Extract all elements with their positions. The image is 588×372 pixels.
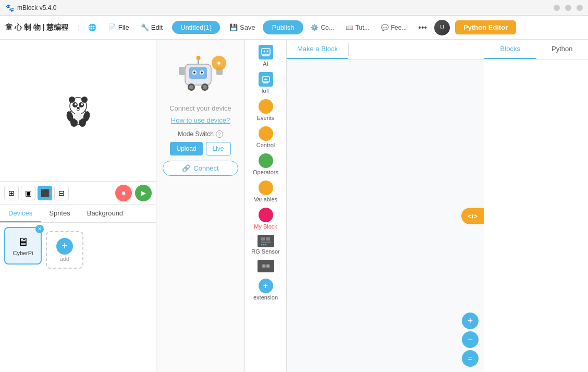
right-panel: Blocks Python xyxy=(484,40,588,372)
edit-menu-button[interactable]: 🔧 Edit xyxy=(137,21,167,33)
upload-live-buttons: Upload Live xyxy=(170,142,230,155)
maximize-button[interactable]: □ xyxy=(565,5,571,11)
svg-point-18 xyxy=(193,71,195,74)
rgb-sensor-label: RG Sensor xyxy=(251,248,279,255)
globe-icon: 🌐 xyxy=(88,23,96,31)
app-title: mBlock v5.4.0 xyxy=(17,4,56,11)
add-icon: + xyxy=(56,238,73,255)
extension-label: extension xyxy=(253,294,278,301)
stop-button[interactable]: ■ xyxy=(115,185,132,201)
zoom-in-button[interactable]: + xyxy=(462,313,479,329)
panel-tabs: Devices Sprites Background xyxy=(0,205,156,223)
save-button[interactable]: 💾 Save xyxy=(225,21,260,33)
category-iot[interactable]: IoT xyxy=(248,70,284,96)
more-button[interactable]: ••• xyxy=(414,21,431,34)
stage-size-medium[interactable]: ▣ xyxy=(21,186,35,200)
python-editor-button[interactable]: Python Editor xyxy=(455,20,516,34)
stage-size-mini[interactable]: ⊟ xyxy=(54,186,69,200)
zoom-out-button[interactable]: − xyxy=(462,331,479,348)
svg-text:✦: ✦ xyxy=(216,59,222,67)
variables-dot xyxy=(259,181,273,195)
close-button[interactable]: ✕ xyxy=(577,5,583,11)
ai-icon xyxy=(259,45,273,59)
mode-switch-label: Mode Switch xyxy=(178,130,214,138)
events-dot xyxy=(259,99,273,114)
category-events[interactable]: Events xyxy=(248,97,284,123)
device-chip-icon: 🖥 xyxy=(17,235,29,249)
category-ai[interactable]: AI xyxy=(248,43,284,69)
tutorial-button[interactable]: 📖 Tut... xyxy=(341,22,374,33)
titlebar: 🐾 mBlock v5.4.0 — □ ✕ xyxy=(0,0,588,16)
tab-background[interactable]: Background xyxy=(79,205,131,222)
svg-point-8 xyxy=(77,107,80,109)
svg-point-34 xyxy=(263,51,265,52)
stop-icon: ■ xyxy=(121,189,125,197)
svg-rect-30 xyxy=(262,49,270,55)
rgb-sensor-icon xyxy=(258,235,274,247)
category-operators[interactable]: Operators xyxy=(248,151,284,177)
project-name-button[interactable]: Untitled(1) xyxy=(172,21,220,34)
stage-area xyxy=(0,40,156,182)
category-control[interactable]: Control xyxy=(248,124,284,150)
device-name-label: CyberPi xyxy=(13,250,33,256)
feedback-icon: 💬 xyxy=(381,24,389,31)
edit-icon: 🔧 xyxy=(141,23,149,31)
file-icon: 📄 xyxy=(108,23,116,31)
workspace-tabs: Make a Block xyxy=(287,40,484,59)
device-connect-panel: ✦ Connect your device How to use device?… xyxy=(156,40,245,372)
menubar: 童 心 制 物 | 慧编程 | 🌐 📄 File 🔧 Edit Untitled… xyxy=(0,16,588,40)
make-block-tab[interactable]: Make a Block xyxy=(287,40,348,59)
ai-label: AI xyxy=(263,61,268,67)
operators-dot xyxy=(259,153,273,168)
category-variables[interactable]: Variables xyxy=(248,178,284,205)
publish-button[interactable]: Publish xyxy=(263,20,304,34)
stage-panel: ⊞ ▣ ⬛ ⊟ ■ ▶ Devices Sprites Background ✕ xyxy=(0,40,156,372)
code-float-button[interactable]: </> xyxy=(461,208,484,224)
svg-rect-15 xyxy=(189,67,207,79)
right-tab-blocks[interactable]: Blocks xyxy=(484,40,536,59)
svg-point-27 xyxy=(196,56,200,60)
go-button[interactable]: ▶ xyxy=(135,185,152,201)
sensor2-icon xyxy=(258,260,274,272)
connect-text: Connect your device xyxy=(169,104,231,112)
svg-rect-43 xyxy=(261,237,265,241)
window-controls: — □ ✕ xyxy=(554,5,583,11)
device-close-button[interactable]: ✕ xyxy=(35,225,44,233)
app-icon: 🐾 xyxy=(5,4,14,12)
zoom-reset-button[interactable]: = xyxy=(462,350,479,367)
category-sensor2[interactable] xyxy=(248,258,284,275)
iot-icon xyxy=(259,72,273,87)
upload-button[interactable]: Upload xyxy=(170,142,202,155)
category-myblock[interactable]: My Block xyxy=(248,206,284,232)
category-rgb-sensor[interactable]: RG Sensor xyxy=(248,233,284,257)
device-item-cyberpi[interactable]: ✕ 🖥 CyberPi xyxy=(4,227,42,269)
brand-logo: 童 心 制 物 | 慧编程 xyxy=(5,23,68,32)
feedback-button[interactable]: 💬 Fee... xyxy=(377,22,411,33)
connect-device-button[interactable]: 🔗 Connect xyxy=(163,161,238,176)
live-button[interactable]: Live xyxy=(206,142,231,155)
avatar[interactable]: U xyxy=(434,20,450,35)
stage-size-small[interactable]: ⬛ xyxy=(38,186,52,200)
connect-button[interactable]: ⚙️ Co... xyxy=(307,22,338,33)
right-tab-python[interactable]: Python xyxy=(536,40,589,59)
globe-button[interactable]: 🌐 xyxy=(84,21,101,33)
operators-label: Operators xyxy=(253,169,278,175)
file-menu-button[interactable]: 📄 File xyxy=(104,21,133,33)
control-label: Control xyxy=(256,142,275,148)
link-icon: 🔗 xyxy=(182,164,190,172)
workspace-area: </> + − = xyxy=(287,59,484,372)
zoom-controls: + − = xyxy=(462,313,479,367)
go-icon: ▶ xyxy=(141,189,146,197)
how-to-link[interactable]: How to use device? xyxy=(171,116,230,124)
extension-button[interactable]: + extension xyxy=(251,277,280,303)
stage-size-full[interactable]: ⊞ xyxy=(4,186,19,200)
variables-label: Variables xyxy=(254,196,277,202)
tab-devices[interactable]: Devices xyxy=(0,205,41,222)
mode-switch-info-icon[interactable]: ? xyxy=(216,130,223,138)
add-device-button[interactable]: + add xyxy=(46,227,83,269)
minimize-button[interactable]: — xyxy=(554,5,560,11)
svg-rect-45 xyxy=(261,242,271,243)
right-tabs: Blocks Python xyxy=(484,40,588,59)
tab-sprites[interactable]: Sprites xyxy=(41,205,78,222)
myblock-dot xyxy=(259,208,273,222)
